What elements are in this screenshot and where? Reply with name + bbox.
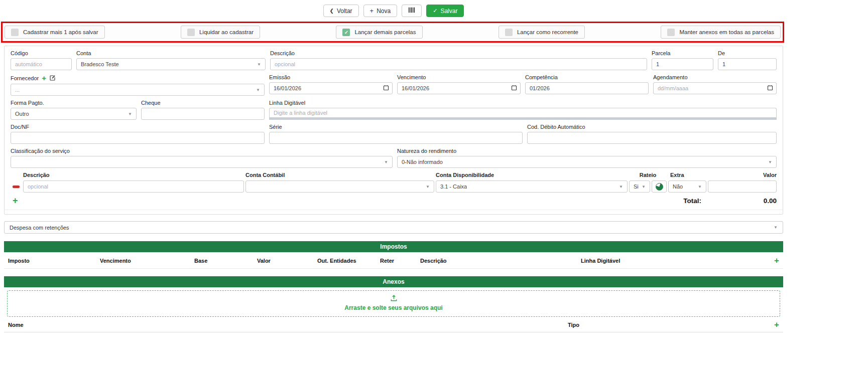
add-supplier-button[interactable]: +: [42, 74, 46, 82]
chevron-down-icon: ▼: [768, 160, 772, 164]
conta-label: Conta: [76, 50, 266, 56]
add-imposto-button[interactable]: +: [770, 256, 779, 265]
impostos-header-vencimento: Vencimento: [100, 258, 194, 264]
total-label: Total:: [683, 197, 701, 205]
items-header-descricao: Descrição: [23, 172, 244, 178]
cheque-label: Cheque: [141, 100, 265, 106]
items-header-conta-disponibilidade: Conta Disponibilidade: [436, 172, 628, 178]
parcela-label: Parcela: [652, 50, 713, 56]
back-button[interactable]: ❮ Voltar: [323, 5, 359, 17]
items-total-row: + Total: 0.00: [11, 196, 777, 205]
chevron-down-icon: ▼: [257, 62, 261, 67]
doc-nf-label: Doc/NF: [11, 124, 265, 130]
add-item-button[interactable]: +: [13, 196, 18, 205]
fornecedor-select[interactable]: ... ▼: [11, 84, 265, 96]
chevron-left-icon: ❮: [330, 9, 334, 14]
anexos-title: Anexos: [383, 278, 404, 285]
barcode-icon: [408, 7, 415, 15]
option-checkbox[interactable]: ✓: [187, 29, 195, 36]
option-manter-anexos[interactable]: ✓ Manter anexos em todas as parcelas: [661, 26, 781, 39]
serie-input[interactable]: [269, 132, 523, 144]
serie-label: Série: [269, 124, 523, 130]
descricao-label: Descrição: [270, 50, 647, 56]
anexos-table-header: Nome Tipo +: [4, 317, 783, 332]
anexos-header-tipo: Tipo: [568, 322, 774, 328]
descricao-input[interactable]: [270, 58, 647, 70]
items-header-valor: Valor: [708, 172, 777, 178]
impostos-header-descricao: Descrição: [420, 258, 581, 264]
impostos-section-header: Impostos: [4, 241, 783, 252]
check-icon: ✓: [433, 8, 437, 14]
agendamento-date-input[interactable]: [653, 82, 777, 94]
anexos-header-nome: Nome: [8, 322, 568, 328]
items-header-extra: Extra: [668, 172, 706, 178]
option-cadastrar-mais[interactable]: ✓ Cadastrar mais 1 após salvar: [5, 26, 105, 39]
retencoes-collapse-bar[interactable]: Despesa com retenções ▼: [4, 221, 783, 234]
doc-nf-input[interactable]: [11, 132, 265, 144]
codigo-input[interactable]: [11, 58, 72, 70]
rateio-pie-button[interactable]: [652, 180, 667, 193]
de-input[interactable]: [718, 58, 777, 70]
item-valor-input[interactable]: [708, 180, 777, 193]
emissao-label: Emissão: [269, 74, 393, 80]
add-anexo-button[interactable]: +: [774, 320, 779, 329]
file-dropzone[interactable]: Arraste e solte seus arquivos aqui: [7, 290, 780, 317]
remove-item-button[interactable]: [13, 186, 20, 188]
option-checkbox[interactable]: ✓: [667, 29, 675, 36]
new-button-label: Nova: [377, 8, 391, 15]
impostos-header-base: Base: [194, 258, 257, 264]
option-checkbox[interactable]: ✓: [342, 29, 350, 36]
items-table-header: Descrição Conta Contábil Conta Disponibi…: [11, 172, 777, 178]
emissao-date-input[interactable]: [269, 82, 393, 94]
cheque-input[interactable]: [141, 108, 265, 120]
impostos-table-header: Imposto Vencimento Base Valor Out. Entid…: [4, 252, 783, 269]
chevron-down-icon: ▼: [619, 185, 623, 189]
forma-pagto-label: Forma Pagto.: [11, 100, 137, 106]
save-button-label: Salvar: [440, 8, 457, 15]
classificacao-select[interactable]: ▼: [11, 156, 393, 168]
chevron-down-icon: ▼: [426, 185, 430, 189]
option-recorrente[interactable]: ✓ Lançar como recorrente: [499, 26, 585, 39]
competencia-input[interactable]: [525, 82, 649, 94]
new-button[interactable]: + Nova: [363, 5, 398, 17]
barcode-button[interactable]: [402, 5, 422, 17]
option-lancar-parcelas[interactable]: ✓ Lançar demais parcelas: [336, 26, 422, 39]
total-value: 0.00: [701, 197, 777, 205]
chevron-down-icon: ▼: [384, 160, 388, 164]
chevron-down-icon: ▼: [128, 112, 132, 116]
option-label: Cadastrar mais 1 após salvar: [23, 29, 98, 35]
options-row: ✓ Cadastrar mais 1 após salvar ✓ Liquida…: [5, 26, 781, 39]
vencimento-date-input[interactable]: [397, 82, 521, 94]
linha-digitavel-input[interactable]: [269, 108, 777, 120]
item-rateio-select[interactable]: Sim ▼: [629, 180, 650, 193]
item-conta-disponibilidade-select[interactable]: 3.1 - Caixa ▼: [436, 180, 628, 193]
parcela-input[interactable]: [652, 58, 713, 70]
option-liquidar[interactable]: ✓ Liquidar ao cadastrar: [181, 26, 260, 39]
cod-debito-input[interactable]: [527, 132, 777, 144]
item-conta-contabil-select[interactable]: ▼: [245, 180, 434, 193]
option-checkbox[interactable]: ✓: [505, 29, 513, 36]
option-label: Liquidar ao cadastrar: [199, 29, 254, 35]
chevron-down-icon: ▼: [774, 225, 778, 230]
edit-supplier-button[interactable]: [49, 75, 56, 81]
save-button[interactable]: ✓ Salvar: [426, 5, 464, 17]
option-checkbox[interactable]: ✓: [11, 29, 19, 36]
competencia-label: Competência: [525, 74, 649, 80]
agendamento-label: Agendamento: [653, 74, 777, 80]
item-descricao-input[interactable]: [23, 180, 244, 193]
item-extra-select[interactable]: Não ▼: [668, 180, 706, 193]
chevron-down-icon: ▼: [256, 88, 260, 92]
items-header-rateio: Rateio: [629, 172, 667, 178]
natureza-select[interactable]: 0-Não informado ▼: [397, 156, 777, 168]
anexos-section-header: Anexos: [4, 276, 783, 287]
conta-select[interactable]: Bradesco Teste ▼: [76, 58, 266, 70]
forma-pagto-select[interactable]: Outro ▼: [11, 108, 137, 120]
cod-debito-label: Cod. Débito Automático: [527, 124, 777, 130]
plus-icon: +: [370, 8, 374, 14]
natureza-label: Natureza do rendimento: [397, 148, 777, 154]
back-button-label: Voltar: [337, 8, 352, 15]
codigo-label: Código: [11, 50, 72, 56]
impostos-title: Impostos: [380, 243, 407, 250]
option-label: Lançar como recorrente: [517, 29, 578, 35]
de-label: De: [718, 50, 777, 56]
